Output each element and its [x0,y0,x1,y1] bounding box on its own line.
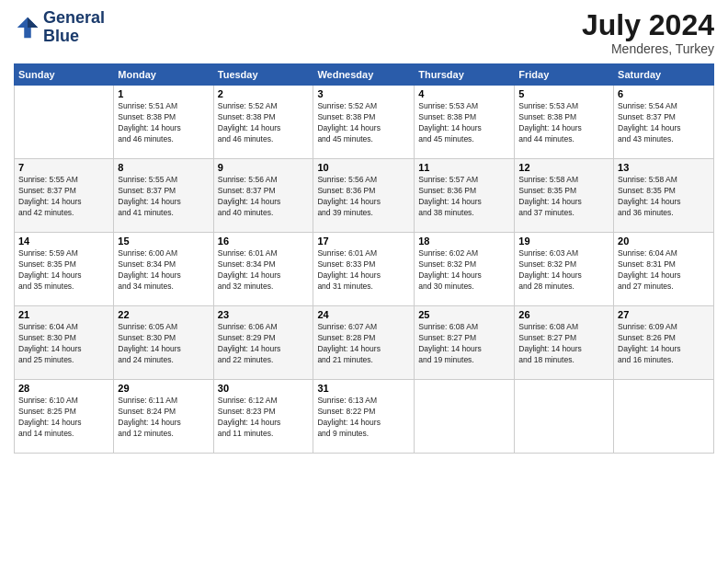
day-number: 2 [218,88,310,99]
calendar-cell-2-0: 14Sunrise: 5:59 AM Sunset: 8:35 PM Dayli… [15,233,114,306]
logo-icon [14,14,41,41]
day-info: Sunrise: 5:51 AM Sunset: 8:38 PM Dayligh… [118,101,209,145]
day-number: 23 [218,309,310,320]
calendar-cell-3-2: 23Sunrise: 6:06 AM Sunset: 8:29 PM Dayli… [213,306,313,380]
page: General Blue July 2024 Menderes, Turkey … [0,0,728,563]
day-info: Sunrise: 6:08 AM Sunset: 8:27 PM Dayligh… [418,322,510,366]
day-number: 10 [317,162,410,173]
calendar-cell-2-6: 20Sunrise: 6:04 AM Sunset: 8:31 PM Dayli… [614,233,714,306]
header-row: Sunday Monday Tuesday Wednesday Thursday… [15,64,714,86]
header-tuesday: Tuesday [213,64,313,86]
header: General Blue July 2024 Menderes, Turkey [14,9,714,56]
day-number: 25 [418,309,510,320]
calendar-cell-4-6 [614,380,714,454]
calendar-cell-1-2: 9Sunrise: 5:56 AM Sunset: 8:37 PM Daylig… [213,159,313,233]
day-info: Sunrise: 6:13 AM Sunset: 8:22 PM Dayligh… [317,396,410,440]
day-number: 14 [18,236,109,247]
day-number: 7 [18,162,109,173]
day-number: 31 [317,383,410,394]
logo-text: General Blue [43,9,105,46]
day-number: 1 [118,88,209,99]
day-number: 20 [618,236,710,247]
day-info: Sunrise: 6:08 AM Sunset: 8:27 PM Dayligh… [518,322,609,366]
logo-line1: General [43,9,105,28]
day-info: Sunrise: 5:53 AM Sunset: 8:38 PM Dayligh… [518,101,609,145]
month-year: July 2024 [582,9,714,41]
day-number: 5 [518,88,609,99]
day-info: Sunrise: 5:58 AM Sunset: 8:35 PM Dayligh… [618,175,710,219]
calendar-cell-1-5: 12Sunrise: 5:58 AM Sunset: 8:35 PM Dayli… [515,159,614,233]
calendar-cell-2-1: 15Sunrise: 6:00 AM Sunset: 8:34 PM Dayli… [114,233,213,306]
week-row-2: 7Sunrise: 5:55 AM Sunset: 8:37 PM Daylig… [15,159,714,233]
day-info: Sunrise: 5:53 AM Sunset: 8:38 PM Dayligh… [418,101,510,145]
calendar-cell-3-5: 26Sunrise: 6:08 AM Sunset: 8:27 PM Dayli… [515,306,614,380]
day-number: 13 [618,162,710,173]
calendar-cell-1-6: 13Sunrise: 5:58 AM Sunset: 8:35 PM Dayli… [614,159,714,233]
logo: General Blue [14,9,105,46]
day-info: Sunrise: 6:12 AM Sunset: 8:23 PM Dayligh… [218,396,310,440]
day-info: Sunrise: 5:59 AM Sunset: 8:35 PM Dayligh… [18,248,109,293]
svg-marker-1 [28,17,38,28]
day-info: Sunrise: 5:57 AM Sunset: 8:36 PM Dayligh… [418,175,510,219]
calendar-cell-3-1: 22Sunrise: 6:05 AM Sunset: 8:30 PM Dayli… [114,306,213,380]
day-info: Sunrise: 6:01 AM Sunset: 8:34 PM Dayligh… [218,248,310,293]
calendar-cell-0-5: 5Sunrise: 5:53 AM Sunset: 8:38 PM Daylig… [515,86,614,159]
day-number: 9 [218,162,310,173]
day-info: Sunrise: 5:52 AM Sunset: 8:38 PM Dayligh… [218,101,310,145]
calendar-cell-2-2: 16Sunrise: 6:01 AM Sunset: 8:34 PM Dayli… [213,233,313,306]
calendar-cell-0-0 [15,86,114,159]
day-number: 19 [518,236,609,247]
day-number: 24 [317,309,410,320]
header-monday: Monday [114,64,213,86]
day-info: Sunrise: 6:00 AM Sunset: 8:34 PM Dayligh… [118,248,209,293]
day-number: 16 [218,236,310,247]
calendar-cell-2-3: 17Sunrise: 6:01 AM Sunset: 8:33 PM Dayli… [313,233,415,306]
day-info: Sunrise: 5:55 AM Sunset: 8:37 PM Dayligh… [118,175,209,219]
day-info: Sunrise: 6:03 AM Sunset: 8:32 PM Dayligh… [518,248,609,293]
calendar-cell-3-3: 24Sunrise: 6:07 AM Sunset: 8:28 PM Dayli… [313,306,415,380]
day-info: Sunrise: 6:10 AM Sunset: 8:25 PM Dayligh… [18,396,109,440]
day-info: Sunrise: 6:04 AM Sunset: 8:31 PM Dayligh… [618,248,710,293]
day-number: 6 [618,88,710,99]
day-info: Sunrise: 5:55 AM Sunset: 8:37 PM Dayligh… [18,175,109,219]
day-number: 21 [18,309,109,320]
calendar-cell-0-3: 3Sunrise: 5:52 AM Sunset: 8:38 PM Daylig… [313,86,415,159]
header-friday: Friday [515,64,614,86]
calendar-cell-4-2: 30Sunrise: 6:12 AM Sunset: 8:23 PM Dayli… [213,380,313,454]
day-number: 26 [518,309,609,320]
day-number: 17 [317,236,410,247]
calendar-cell-1-3: 10Sunrise: 5:56 AM Sunset: 8:36 PM Dayli… [313,159,415,233]
day-number: 12 [518,162,609,173]
calendar-cell-0-1: 1Sunrise: 5:51 AM Sunset: 8:38 PM Daylig… [114,86,213,159]
week-row-3: 14Sunrise: 5:59 AM Sunset: 8:35 PM Dayli… [15,233,714,306]
day-info: Sunrise: 5:58 AM Sunset: 8:35 PM Dayligh… [518,175,609,219]
day-number: 11 [418,162,510,173]
day-number: 18 [418,236,510,247]
calendar-cell-2-5: 19Sunrise: 6:03 AM Sunset: 8:32 PM Dayli… [515,233,614,306]
day-info: Sunrise: 6:05 AM Sunset: 8:30 PM Dayligh… [118,322,209,366]
day-info: Sunrise: 5:56 AM Sunset: 8:36 PM Dayligh… [317,175,410,219]
calendar-cell-4-0: 28Sunrise: 6:10 AM Sunset: 8:25 PM Dayli… [15,380,114,454]
title-block: July 2024 Menderes, Turkey [582,9,714,56]
calendar-cell-0-4: 4Sunrise: 5:53 AM Sunset: 8:38 PM Daylig… [415,86,515,159]
calendar-cell-3-0: 21Sunrise: 6:04 AM Sunset: 8:30 PM Dayli… [15,306,114,380]
logo-line2: Blue [43,28,105,46]
day-info: Sunrise: 6:11 AM Sunset: 8:24 PM Dayligh… [118,396,209,440]
day-info: Sunrise: 6:02 AM Sunset: 8:32 PM Dayligh… [418,248,510,293]
calendar-cell-4-3: 31Sunrise: 6:13 AM Sunset: 8:22 PM Dayli… [313,380,415,454]
calendar-cell-3-6: 27Sunrise: 6:09 AM Sunset: 8:26 PM Dayli… [614,306,714,380]
week-row-4: 21Sunrise: 6:04 AM Sunset: 8:30 PM Dayli… [15,306,714,380]
week-row-1: 1Sunrise: 5:51 AM Sunset: 8:38 PM Daylig… [15,86,714,159]
day-info: Sunrise: 6:01 AM Sunset: 8:33 PM Dayligh… [317,248,410,293]
day-info: Sunrise: 5:56 AM Sunset: 8:37 PM Dayligh… [218,175,310,219]
calendar-cell-2-4: 18Sunrise: 6:02 AM Sunset: 8:32 PM Dayli… [415,233,515,306]
calendar-table: Sunday Monday Tuesday Wednesday Thursday… [14,63,714,454]
calendar-cell-4-5 [515,380,614,454]
header-sunday: Sunday [15,64,114,86]
day-number: 4 [418,88,510,99]
day-number: 8 [118,162,209,173]
day-info: Sunrise: 5:52 AM Sunset: 8:38 PM Dayligh… [317,101,410,145]
day-number: 3 [317,88,410,99]
calendar-cell-4-1: 29Sunrise: 6:11 AM Sunset: 8:24 PM Dayli… [114,380,213,454]
day-number: 22 [118,309,209,320]
